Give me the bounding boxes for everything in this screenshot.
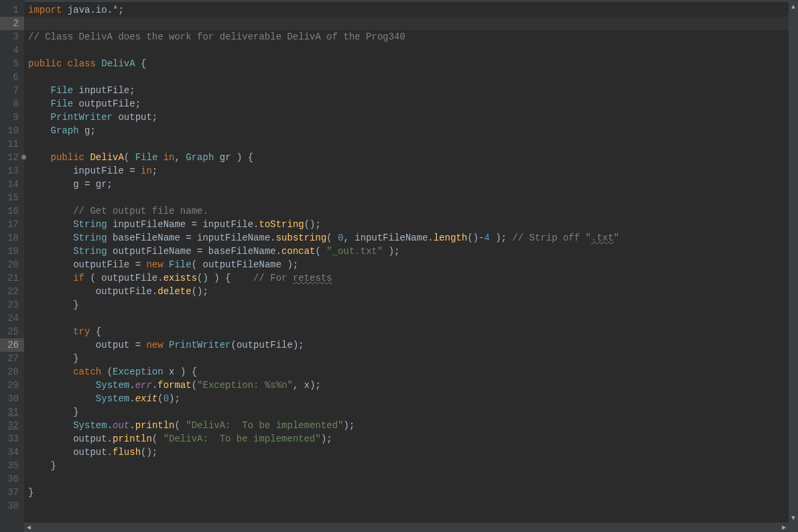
- code-line[interactable]: [28, 499, 798, 513]
- line-number[interactable]: 37: [0, 486, 24, 499]
- code-line[interactable]: }: [28, 459, 798, 472]
- code-line[interactable]: System.err.format("Exception: %s%n", x);: [28, 379, 798, 392]
- scroll-left-icon[interactable]: ◀: [24, 523, 34, 532]
- line-number[interactable]: 30: [0, 392, 24, 405]
- line-number[interactable]: 14: [0, 178, 24, 191]
- code-editor: 1 2 3 4 5 6 7 8 9 10 11 12 13 14 15 16 1…: [0, 0, 798, 532]
- line-number[interactable]: 9: [0, 111, 24, 124]
- code-line[interactable]: // Class DelivA does the work for delive…: [28, 30, 798, 44]
- code-line[interactable]: [28, 44, 798, 57]
- line-number[interactable]: 10: [0, 124, 24, 137]
- scroll-up-icon[interactable]: ▲: [789, 2, 798, 11]
- code-line[interactable]: System.exit(0);: [28, 392, 798, 405]
- code-line[interactable]: [28, 137, 798, 151]
- line-number[interactable]: 35: [0, 459, 24, 472]
- code-line[interactable]: catch (Exception x ) {: [28, 365, 798, 379]
- code-line[interactable]: output = new PrintWriter(outputFile);: [28, 338, 798, 352]
- code-line[interactable]: }: [28, 405, 798, 419]
- code-line[interactable]: inputFile = in;: [28, 164, 798, 178]
- line-number-gutter[interactable]: 1 2 3 4 5 6 7 8 9 10 11 12 13 14 15 16 1…: [0, 0, 24, 532]
- line-number[interactable]: 15: [0, 191, 24, 204]
- line-number[interactable]: 16: [0, 204, 24, 218]
- code-line[interactable]: if ( outputFile.exists() ) { // For rete…: [28, 271, 798, 285]
- code-line[interactable]: File inputFile;: [28, 84, 798, 97]
- code-line[interactable]: import java.io.*;: [28, 3, 798, 17]
- line-number[interactable]: 2: [0, 17, 24, 30]
- code-line[interactable]: String outputFileName = baseFileName.con…: [28, 245, 798, 258]
- code-line[interactable]: }: [28, 352, 798, 365]
- code-line[interactable]: File outputFile;: [28, 97, 798, 111]
- line-number[interactable]: 33: [0, 432, 24, 446]
- line-number[interactable]: 29: [0, 379, 24, 392]
- horizontal-scrollbar[interactable]: ◀ ▶: [24, 523, 789, 532]
- line-number[interactable]: 28: [0, 365, 24, 379]
- line-number[interactable]: 21: [0, 271, 24, 285]
- code-line[interactable]: [24, 17, 798, 30]
- code-line[interactable]: outputFile.delete();: [28, 285, 798, 298]
- code-line[interactable]: String baseFileName = inputFileName.subs…: [28, 231, 798, 245]
- code-line[interactable]: public DelivA( File in, Graph gr ) {: [28, 151, 798, 164]
- code-line[interactable]: }: [28, 486, 798, 499]
- line-number[interactable]: 1: [0, 3, 24, 17]
- code-line[interactable]: try {: [28, 325, 798, 338]
- code-line[interactable]: [28, 472, 798, 486]
- vertical-scrollbar[interactable]: ▲ ▼: [789, 2, 798, 523]
- code-line[interactable]: String inputFileName = inputFile.toStrin…: [28, 218, 798, 231]
- scroll-down-icon[interactable]: ▼: [789, 513, 798, 523]
- code-text-area[interactable]: import java.io.*; // Class DelivA does t…: [24, 0, 798, 532]
- line-number[interactable]: 31: [0, 405, 24, 419]
- code-line[interactable]: public class DelivA {: [28, 57, 798, 70]
- line-number[interactable]: 34: [0, 446, 24, 459]
- line-number[interactable]: 26: [0, 338, 24, 352]
- line-number[interactable]: 23: [0, 298, 24, 312]
- code-line[interactable]: [28, 312, 798, 325]
- code-line[interactable]: [28, 70, 798, 84]
- line-number[interactable]: 20: [0, 258, 24, 271]
- code-line[interactable]: g = gr;: [28, 178, 798, 191]
- code-line[interactable]: Graph g;: [28, 124, 798, 137]
- code-line[interactable]: output.println( "DelivA: To be implement…: [28, 432, 798, 446]
- line-number[interactable]: 38: [0, 499, 24, 513]
- line-number[interactable]: 17: [0, 218, 24, 231]
- line-number[interactable]: 22: [0, 285, 24, 298]
- line-number[interactable]: 12: [0, 151, 24, 164]
- code-line[interactable]: System.out.println( "DelivA: To be imple…: [28, 419, 798, 432]
- line-number[interactable]: 24: [0, 312, 24, 325]
- line-number[interactable]: 11: [0, 137, 24, 151]
- line-number[interactable]: 32: [0, 419, 24, 432]
- line-number[interactable]: 8: [0, 97, 24, 111]
- line-number[interactable]: 36: [0, 472, 24, 486]
- line-number[interactable]: 7: [0, 84, 24, 97]
- line-number[interactable]: 27: [0, 352, 24, 365]
- line-number[interactable]: 6: [0, 70, 24, 84]
- code-line[interactable]: output.flush();: [28, 446, 798, 459]
- line-number[interactable]: 25: [0, 325, 24, 338]
- code-line[interactable]: }: [28, 298, 798, 312]
- code-line[interactable]: PrintWriter output;: [28, 111, 798, 124]
- line-number[interactable]: 4: [0, 44, 24, 57]
- line-number[interactable]: 3: [0, 30, 24, 44]
- code-line[interactable]: // Get output file name.: [28, 204, 798, 218]
- code-line[interactable]: outputFile = new File( outputFileName );: [28, 258, 798, 271]
- code-line[interactable]: [28, 191, 798, 204]
- scrollbar-corner: [789, 523, 798, 532]
- scroll-right-icon[interactable]: ▶: [779, 523, 789, 532]
- line-number[interactable]: 19: [0, 245, 24, 258]
- line-number[interactable]: 18: [0, 231, 24, 245]
- line-number[interactable]: 5: [0, 57, 24, 70]
- line-number[interactable]: 13: [0, 164, 24, 178]
